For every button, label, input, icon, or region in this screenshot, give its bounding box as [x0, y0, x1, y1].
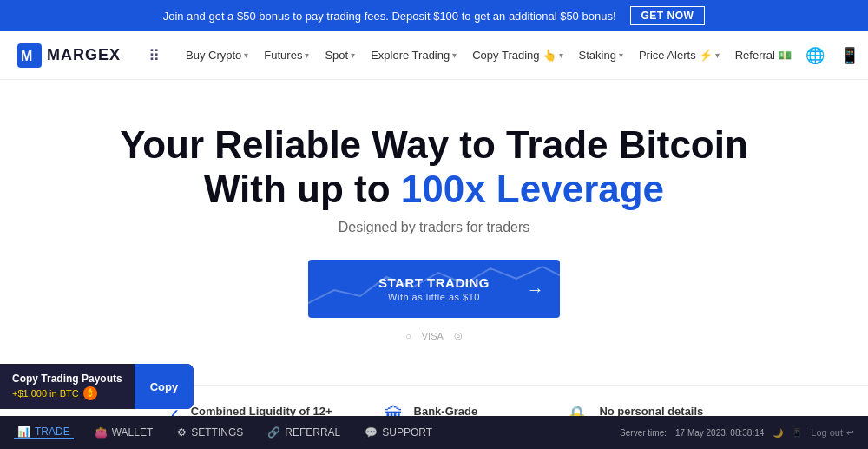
mobile-icon[interactable]: 📱: [837, 43, 863, 69]
chevron-down-icon: ▾: [559, 50, 563, 60]
payment-icon-mastercard: ◎: [454, 330, 463, 341]
payment-icons: ○ VISA ◎: [17, 330, 851, 341]
chevron-down-icon: ▾: [715, 50, 720, 60]
server-info: Server time: 17 May 2023, 08:38:14 🌙 📱 L…: [620, 427, 854, 439]
logout-label: Log out: [811, 427, 843, 438]
top-banner: Join and get a $50 bonus to pay trading …: [0, 0, 868, 31]
hero-line2-highlight: 100x Leverage: [401, 168, 664, 210]
logo-text: MARGEX: [47, 46, 121, 64]
bottom-tab-settings[interactable]: ⚙ SETTINGS: [174, 426, 247, 439]
logo-icon: M: [17, 43, 42, 68]
nav-spot[interactable]: Spot ▾: [319, 43, 360, 67]
price-alerts-emoji: ⚡: [699, 49, 713, 62]
moon-icon: 🌙: [773, 428, 783, 438]
logout-icon: ↩: [846, 427, 854, 439]
copy-trading-popup: Copy Trading Payouts +$1,000 in BTC ₿ Co…: [0, 364, 194, 409]
nav-futures[interactable]: Futures ▾: [259, 43, 314, 67]
bottom-tab-referral[interactable]: 🔗 REFERRAL: [264, 426, 344, 439]
hero-headline: Your Reliable Way to Trade Bitcoin With …: [17, 123, 851, 211]
bottom-tab-support-label: SUPPORT: [382, 426, 432, 439]
popup-value-text: +$1,000 in BTC: [12, 388, 79, 399]
hero-subtitle: Designed by traders for traders: [17, 220, 851, 235]
hero-line1: Your Reliable Way to Trade Bitcoin: [120, 123, 748, 166]
cta-sublabel: With as little as $10: [388, 292, 480, 302]
get-now-button[interactable]: GET NOW: [630, 6, 706, 25]
wallet-icon: 👛: [95, 426, 108, 439]
bottom-tab-referral-label: REFERRAL: [285, 426, 340, 439]
popup-info: Copy Trading Payouts +$1,000 in BTC ₿: [0, 364, 135, 409]
chevron-down-icon: ▾: [351, 50, 355, 60]
chevron-down-icon: ▾: [619, 50, 623, 60]
arrow-right-icon: →: [527, 279, 545, 299]
payment-icon-visa: VISA: [422, 331, 444, 341]
popup-title: Copy Trading Payouts: [12, 373, 122, 385]
support-icon: 💬: [365, 426, 378, 439]
server-time-label: Server time:: [620, 428, 667, 438]
nav-referral[interactable]: Referral 💵: [730, 43, 797, 67]
nav-price-alerts[interactable]: Price Alerts ⚡ ▾: [634, 43, 725, 67]
hero-section: Your Reliable Way to Trade Bitcoin With …: [0, 80, 868, 385]
bottom-tab-trade[interactable]: 📊 TRADE: [14, 426, 74, 439]
bottom-tab-settings-label: SETTINGS: [191, 426, 243, 439]
hero-cta-button[interactable]: START TRADING With as little as $10 →: [308, 260, 560, 318]
nav-copy-trading[interactable]: Copy Trading 👆 ▾: [467, 43, 568, 67]
nav-explore-trading[interactable]: Explore Trading ▾: [365, 43, 462, 67]
bottom-trading-bar: 📊 TRADE 👛 WALLET ⚙ SETTINGS 🔗 REFERRAL 💬…: [0, 416, 868, 449]
nav-buy-crypto[interactable]: Buy Crypto ▾: [181, 43, 253, 67]
nav-right: 🌐 📱 LOGIN START TRADING: [802, 36, 868, 76]
cta-label: START TRADING: [378, 275, 490, 290]
nav-staking[interactable]: Staking ▾: [574, 43, 628, 67]
chevron-down-icon: ▾: [305, 50, 309, 60]
bottom-tab-wallet-label: WALLET: [112, 426, 154, 439]
bottom-tab-trade-label: TRADE: [35, 426, 70, 438]
chevron-down-icon: ▾: [452, 50, 457, 60]
popup-value: +$1,000 in BTC ₿: [12, 386, 122, 400]
logout-button[interactable]: Log out ↩: [811, 427, 854, 439]
referral-emoji: 💵: [778, 49, 792, 62]
apps-icon[interactable]: ⠿: [145, 43, 163, 69]
logo[interactable]: M MARGEX: [17, 43, 121, 68]
mobile2-icon: 📱: [792, 428, 802, 438]
navbar: M MARGEX ⠿ Buy Crypto ▾ Futures ▾ Spot ▾…: [0, 31, 868, 80]
trade-icon: 📊: [17, 426, 30, 438]
popup-copy-button[interactable]: Copy: [135, 364, 194, 409]
bottom-tab-wallet[interactable]: 👛 WALLET: [91, 426, 157, 439]
bitcoin-badge: ₿: [83, 386, 97, 400]
copy-trading-emoji: 👆: [542, 49, 556, 62]
svg-text:M: M: [21, 49, 32, 63]
cta-wrapper: START TRADING With as little as $10 →: [17, 260, 851, 318]
hero-line2-plain: With up to: [204, 168, 401, 210]
globe-icon[interactable]: 🌐: [802, 43, 828, 69]
chevron-down-icon: ▾: [244, 50, 248, 60]
settings-icon: ⚙: [177, 426, 187, 439]
bottom-tab-support[interactable]: 💬 SUPPORT: [361, 426, 436, 439]
referral-icon: 🔗: [267, 426, 280, 439]
server-time-value: 17 May 2023, 08:38:14: [675, 428, 764, 438]
payment-icon-paypal: ○: [405, 331, 411, 341]
banner-text: Join and get a $50 bonus to pay trading …: [163, 10, 616, 23]
